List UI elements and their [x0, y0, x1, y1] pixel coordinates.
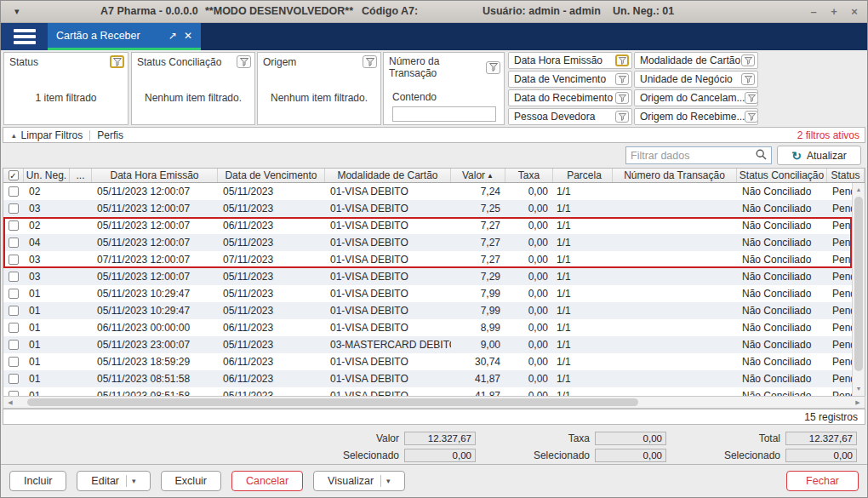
cell-valor: 7,25	[451, 203, 505, 215]
row-checkbox[interactable]: ✓	[3, 272, 24, 282]
row-checkbox[interactable]: ✓	[3, 238, 24, 248]
column-header-taxa[interactable]: Taxa	[505, 169, 553, 182]
row-checkbox[interactable]: ✓	[3, 186, 24, 197]
filter-search-box[interactable]	[625, 146, 772, 164]
filter-icon[interactable]	[110, 55, 124, 68]
table-row[interactable]: ✓ 01 05/11/2023 23:00:07 05/11/2023 03-M…	[3, 336, 852, 353]
table-row[interactable]: ✓ 03 05/11/2023 12:00:07 05/11/2023 01-V…	[3, 268, 852, 285]
column-header-dots[interactable]: ...	[70, 169, 92, 182]
maximize-button[interactable]: +	[826, 4, 842, 20]
row-checkbox[interactable]: ✓	[3, 203, 24, 214]
filter-icon[interactable]	[745, 111, 758, 123]
table-row[interactable]: ✓ 01 05/11/2023 10:29:47 05/11/2023 01-V…	[3, 285, 852, 302]
popout-icon[interactable]: ↗	[168, 30, 177, 42]
incluir-button[interactable]: Incluir	[9, 471, 66, 491]
column-header-valor[interactable]: Valor▲	[451, 169, 505, 182]
table-row[interactable]: ✓ 03 07/11/2023 12:00:07 07/11/2023 01-V…	[3, 251, 852, 268]
filter-icon[interactable]	[745, 92, 758, 104]
column-header-modalidade[interactable]: Modalidade de Cartão	[325, 169, 451, 182]
table-row[interactable]: ✓ 01 05/11/2023 10:29:47 05/11/2023 01-V…	[3, 302, 852, 319]
filter-button-pessoa-devedora[interactable]: Pessoa Devedora	[508, 108, 632, 125]
horizontal-scrollbar[interactable]: ◀ ▶	[3, 396, 865, 409]
cancelar-button[interactable]: Cancelar	[231, 471, 303, 491]
editar-button[interactable]: Editar▾	[77, 471, 150, 491]
cell-modalidade: 01-VISA DEBITO	[325, 356, 451, 368]
row-checkbox[interactable]: ✓	[3, 374, 24, 384]
limpar-filtros-link[interactable]: ▴ Limpar Filtros	[12, 129, 83, 141]
vertical-scrollbar[interactable]: ▲ ▼	[852, 183, 865, 396]
table-row[interactable]: ✓ 01 05/11/2023 08:51:58 06/11/2023 01-V…	[3, 370, 852, 387]
horizontal-scrollbar-thumb[interactable]	[27, 398, 638, 406]
filter-button-data-do-recebimento[interactable]: Data do Recebimento	[508, 89, 632, 106]
row-checkbox[interactable]: ✓	[3, 340, 24, 350]
column-header-data-vencimento[interactable]: Data de Vencimento	[218, 169, 325, 182]
select-all-checkbox[interactable]: ✓	[3, 169, 24, 182]
table-row[interactable]: ✓ 04 05/11/2023 12:00:07 05/11/2023 01-V…	[3, 234, 852, 251]
column-header-status[interactable]: Status	[827, 169, 865, 182]
search-input[interactable]	[626, 150, 756, 162]
scroll-up-icon[interactable]: ▲	[853, 184, 865, 196]
limpar-filtros-label: Limpar Filtros	[21, 129, 83, 141]
cell-parcela: 1/1	[553, 305, 613, 317]
filter-button-modalidade-de-cartao[interactable]: Modalidade de Cartão	[634, 52, 758, 69]
row-checkbox[interactable]: ✓	[3, 289, 24, 299]
column-header-status-conciliacao[interactable]: Status Conciliação	[737, 169, 827, 182]
filter-button-unidade-de-negocio[interactable]: Unidade de Negócio	[634, 71, 758, 88]
minimize-button[interactable]: –	[806, 4, 821, 20]
filter-icon[interactable]	[741, 73, 755, 85]
excluir-button[interactable]: Excluir	[161, 471, 222, 491]
cell-un-neg: 01	[24, 356, 70, 368]
filter-panel-title: Número da Transação	[389, 55, 486, 79]
cell-status: Pendente	[827, 271, 852, 283]
filter-icon[interactable]	[741, 54, 755, 66]
search-icon	[756, 149, 767, 163]
filter-button-origem-do-cancelamento[interactable]: Origem do Cancelam...	[634, 89, 758, 106]
row-checkbox[interactable]: ✓	[3, 357, 24, 367]
atualizar-button[interactable]: ↻ Atualizar	[777, 146, 861, 165]
filter-icon[interactable]	[363, 55, 377, 68]
filter-icon[interactable]	[615, 111, 629, 123]
filter-button-origem-do-recebimento[interactable]: Origem do Recebime...	[634, 108, 758, 125]
table-row[interactable]: ✓ 02 05/11/2023 12:00:07 06/11/2023 01-V…	[3, 217, 852, 234]
scroll-right-icon[interactable]: ▶	[852, 397, 864, 408]
table-row[interactable]: ✓ 01 06/11/2023 00:00:00 06/11/2023 01-V…	[3, 319, 852, 336]
column-header-data-hora-emissao[interactable]: Data Hora Emissão	[92, 169, 218, 182]
row-checkbox[interactable]: ✓	[3, 323, 24, 333]
close-button[interactable]: ×	[847, 4, 862, 20]
fechar-button[interactable]: Fechar	[786, 471, 859, 491]
table-row[interactable]: ✓ 03 05/11/2023 12:00:07 05/11/2023 01-V…	[3, 200, 852, 217]
filter-button-data-de-vencimento[interactable]: Data de Vencimento	[508, 71, 632, 88]
filter-icon[interactable]	[237, 55, 251, 68]
contains-input[interactable]	[392, 106, 496, 122]
vertical-scrollbar-thumb[interactable]	[854, 197, 863, 371]
chevron-down-icon[interactable]: ▾	[132, 477, 136, 485]
chevron-down-icon[interactable]: ▾	[386, 477, 391, 485]
close-tab-icon[interactable]: ✕	[184, 30, 192, 42]
tab-cartao-a-receber[interactable]: Cartão a Receber ↗ ✕	[48, 23, 201, 50]
filter-icon[interactable]	[486, 61, 500, 74]
filter-panel-title: Status	[9, 56, 38, 68]
filter-icon[interactable]	[615, 92, 629, 104]
window-menu-icon[interactable]: ▾	[14, 6, 20, 17]
row-checkbox[interactable]: ✓	[3, 220, 24, 231]
table-row[interactable]: ✓ 02 05/11/2023 12:00:07 05/11/2023 01-V…	[3, 183, 852, 200]
column-header-un-neg[interactable]: Un. Neg.	[24, 169, 70, 182]
row-checkbox[interactable]: ✓	[3, 255, 24, 265]
column-header-parcela[interactable]: Parcela	[553, 169, 613, 182]
filter-icon[interactable]	[615, 73, 629, 85]
code-label: Código A7:	[362, 5, 418, 17]
row-checkbox[interactable]: ✓	[3, 306, 24, 316]
visualizar-button[interactable]: Visualizar▾	[313, 471, 405, 491]
filter-icon[interactable]	[615, 54, 629, 66]
filter-button-data-hora-emissao[interactable]: Data Hora Emissão	[508, 52, 632, 69]
scroll-down-icon[interactable]: ▼	[853, 383, 865, 395]
perfis-link[interactable]: Perfis	[97, 129, 123, 141]
column-header-numero-transacao[interactable]: Número da Transação	[613, 169, 737, 182]
cell-status-conciliacao: Não Conciliado	[737, 390, 827, 396]
scroll-left-icon[interactable]: ◀	[4, 397, 16, 408]
hamburger-menu-icon[interactable]	[1, 23, 48, 50]
cell-modalidade: 01-VISA DEBITO	[325, 373, 451, 385]
table-row[interactable]: ✓ 01 05/11/2023 08:51:58 05/11/2023 01-V…	[3, 387, 852, 396]
summary-label: Selecionado	[517, 449, 595, 461]
table-row[interactable]: ✓ 01 05/11/2023 18:59:29 06/11/2023 01-V…	[3, 353, 852, 370]
